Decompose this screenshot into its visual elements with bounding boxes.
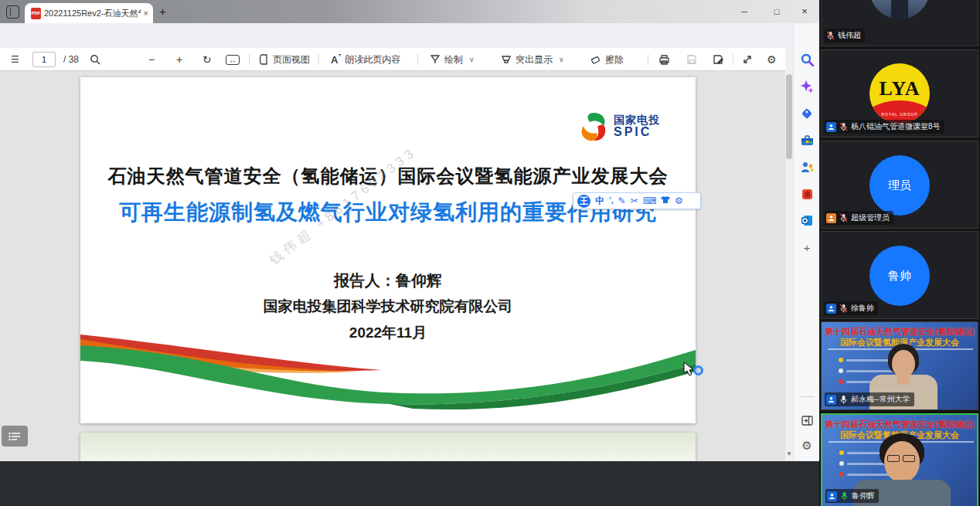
page-view-button[interactable]: 页面视图 <box>258 48 310 71</box>
person-badge-icon <box>826 122 836 132</box>
participant-tile[interactable]: 鲁帅 徐鲁帅 <box>821 231 978 319</box>
lya-logo-subtext: ROYAL GROUP <box>869 112 930 117</box>
participant-tile-video-active[interactable]: 第十四届石油天然气管道安全(氢能储运) 国际会议暨氢能源产业发展大会 鲁仰辉 <box>821 413 978 506</box>
participant-name: 超级管理员 <box>851 212 890 223</box>
browser-tab[interactable]: PDF 20221125Rev2-石油天然气管道安 × <box>25 3 153 23</box>
mic-on-icon <box>839 395 848 404</box>
ime-handwrite-icon[interactable]: ✎ <box>618 193 626 209</box>
background-window <box>0 461 819 506</box>
sidebar-copilot-icon[interactable] <box>794 80 820 93</box>
participant-nametag: 徐鲁帅 <box>825 301 878 315</box>
save-as-icon[interactable] <box>713 48 724 71</box>
close-window-button[interactable]: × <box>793 5 816 19</box>
participant-name: 徐鲁帅 <box>851 303 874 314</box>
slide-presenter: 报告人：鲁仰辉 <box>80 270 696 291</box>
ime-keyboard-icon[interactable]: ⌨ <box>643 193 656 209</box>
ime-screenshot-icon[interactable]: ✂ <box>631 193 638 209</box>
pdf-viewport[interactable]: 国家电投 SPIC 石油天然气管道安全（氢能储运）国际会议暨氢能源产业发展大会 … <box>0 71 785 461</box>
participant-nametag: 超级管理员 <box>825 211 893 225</box>
rotate-icon[interactable]: ↻ <box>202 48 212 71</box>
logo-text-en: SPIC <box>614 126 660 139</box>
close-tab-icon[interactable]: × <box>144 8 148 18</box>
pdf-page-1: 国家电投 SPIC 石油天然气管道安全（氢能储运）国际会议暨氢能源产业发展大会 … <box>80 77 696 423</box>
draw-chevron-icon: ∨ <box>469 56 475 63</box>
conference-banner-line1: 第十四届石油天然气管道安全(氢能储运) <box>822 326 978 338</box>
person-badge-icon <box>826 304 836 314</box>
participant-name: 郝永梅--常州大学 <box>851 394 910 405</box>
participant-nametag: 鲁仰辉 <box>825 489 879 503</box>
ime-mode-toggle[interactable]: 中 <box>595 193 604 209</box>
highlight-button[interactable]: 突出显示 ∨ <box>501 48 564 71</box>
lya-logo: LYA ROYAL GROUP <box>869 63 930 124</box>
sidebar-games-icon[interactable] <box>794 160 820 174</box>
screen: ▏ PDF 20221125Rev2-石油天然气管道安 × + ─ □ × ← … <box>0 0 980 506</box>
page-number-input[interactable] <box>32 52 56 67</box>
draw-button[interactable]: 绘制 ∨ <box>430 48 475 71</box>
host-badge-icon <box>826 213 836 223</box>
ime-punct-toggle[interactable]: ’, <box>609 193 614 209</box>
sidebar-settings-icon[interactable]: ⚙ <box>794 439 820 453</box>
person-badge-icon <box>826 395 836 405</box>
toc-float-button[interactable] <box>2 426 28 447</box>
fullscreen-icon[interactable] <box>742 48 753 71</box>
participant-nametag: 钱伟超 <box>825 29 865 42</box>
mic-muted-icon <box>839 304 848 313</box>
slide-organization: 国家电投集团科学技术研究院有限公司 <box>80 297 696 317</box>
person-badge-icon <box>827 491 837 501</box>
pdf-settings-icon[interactable]: ⚙ <box>767 48 777 71</box>
sidebar-divider <box>799 396 815 397</box>
pdf-scrollbar[interactable]: ▾ <box>785 48 793 461</box>
participant-nametag: 杨八锟油气管道微课堂8号 <box>825 120 944 134</box>
maximize-button[interactable]: □ <box>765 5 788 19</box>
zoom-out-icon[interactable]: − <box>148 48 155 71</box>
open-sidebar-icon[interactable] <box>794 413 820 427</box>
lya-logo-text: LYA <box>869 63 930 114</box>
mic-muted-icon <box>826 31 835 40</box>
scroll-down-arrow[interactable]: ▾ <box>785 450 793 457</box>
pdf-page-2-preview <box>80 433 696 461</box>
sidebar-outlook-icon[interactable] <box>794 213 820 227</box>
meeting-panel: 钱伟超 LYA ROYAL GROUP 杨八锟油气管道微课堂8号 理员 超级管理… <box>819 0 980 506</box>
participant-tile[interactable]: 钱伟超 <box>821 0 978 46</box>
participant-photo-avatar <box>869 0 930 19</box>
spic-logo-swirl <box>578 111 609 142</box>
participant-name: 钱伟超 <box>838 30 861 41</box>
participant-nametag: 郝永梅--常州大学 <box>825 392 914 406</box>
ime-toolbar[interactable]: 王 中 ’, ✎ ✂ ⌨ ⚙ <box>573 192 701 209</box>
participant-name: 杨八锟油气管道微课堂8号 <box>851 121 941 132</box>
highlight-chevron-icon: ∨ <box>559 56 564 63</box>
pdf-toolbar: ☰ / 38 − + ↻ ↔ 页面视图 A⌝ 朗读此页内容 绘制 <box>0 48 785 71</box>
slide-wave-graphic <box>80 328 696 423</box>
new-tab-button[interactable]: + <box>159 5 166 18</box>
tab-title: 20221125Rev2-石油天然气管道安 <box>44 8 141 19</box>
ime-logo-icon[interactable]: 王 <box>577 195 590 208</box>
minimize-button[interactable]: ─ <box>733 5 756 19</box>
fit-width-icon[interactable]: ↔ <box>226 48 240 71</box>
logo-text-cn: 国家电投 <box>614 114 660 126</box>
conference-banner-line1: 第十四届石油天然气管道安全(氢能储运) <box>822 419 977 430</box>
sidebar-search-icon[interactable] <box>794 53 820 66</box>
participant-avatar: 理员 <box>869 155 930 216</box>
erase-button[interactable]: 擦除 <box>590 48 624 71</box>
sidebar-add-icon[interactable]: + <box>794 241 820 254</box>
participant-tile[interactable]: 理员 超级管理员 <box>821 141 978 229</box>
search-document-icon[interactable] <box>90 48 100 71</box>
participant-tile[interactable]: LYA ROYAL GROUP 杨八锟油气管道微课堂8号 <box>821 49 978 138</box>
tab-actions-icon[interactable]: ▏ <box>6 5 19 19</box>
print-icon[interactable] <box>658 48 670 71</box>
ime-settings-icon[interactable]: ⚙ <box>675 193 683 209</box>
participant-name: 鲁仰辉 <box>852 491 875 501</box>
zoom-in-icon[interactable]: + <box>176 48 182 71</box>
participant-avatar: 鲁帅 <box>869 246 930 306</box>
save-icon[interactable] <box>686 48 697 71</box>
page-total-label: / 38 <box>63 48 79 71</box>
scrollbar-thumb[interactable] <box>786 74 792 159</box>
participant-tile-video[interactable]: 第十四届石油天然气管道安全(氢能储运) 国际会议暨氢能源产业发展大会 郝永梅--… <box>821 321 978 410</box>
sidebar-shopping-icon[interactable] <box>794 106 820 120</box>
sidebar-toolbox-icon[interactable] <box>794 133 820 147</box>
read-aloud-button[interactable]: A⌝ 朗读此页内容 <box>331 48 400 71</box>
toc-icon[interactable]: ☰ <box>11 48 19 71</box>
sidebar-office-icon[interactable] <box>794 187 820 201</box>
ime-skin-icon[interactable] <box>661 193 670 209</box>
mouse-cursor <box>683 362 696 377</box>
